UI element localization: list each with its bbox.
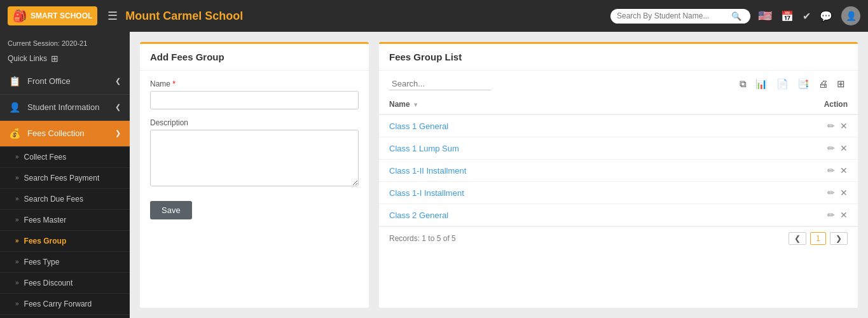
name-form-group: Name * xyxy=(150,80,359,109)
edit-button-3[interactable]: ✏ xyxy=(827,165,835,176)
chevron-icon: ❯ xyxy=(115,129,121,137)
fees-group-table: Name ▾ Action Class 1 General ✏ ✕ xyxy=(379,95,858,226)
excel-button[interactable]: 📊 xyxy=(753,77,770,91)
table-row: Class 2 General ✏ ✕ xyxy=(379,204,858,226)
logo[interactable]: 🎒 SMART SCHOOL xyxy=(8,6,97,25)
hamburger-icon[interactable]: ☰ xyxy=(107,9,118,23)
prev-page-button[interactable]: ❮ xyxy=(789,232,806,245)
chevron-icon: ❮ xyxy=(115,77,121,85)
row-name-1[interactable]: Class 1 General xyxy=(379,114,709,137)
sidebar-item-student-information[interactable]: 👤 Student Information ❮ xyxy=(0,95,130,121)
subitem-label: Fees Master xyxy=(24,216,67,225)
student-icon: 👤 xyxy=(9,102,21,113)
top-navbar: 🎒 SMART SCHOOL ☰ Mount Carmel School 🔍 🇺… xyxy=(0,0,868,32)
row-name-2[interactable]: Class 1 Lump Sum xyxy=(379,137,709,160)
arrow-icon: » xyxy=(15,153,19,160)
subitem-label: Search Due Fees xyxy=(24,195,83,204)
sidebar-subitem-search-fees-payment[interactable]: » Search Fees Payment xyxy=(0,168,130,189)
current-page[interactable]: 1 xyxy=(810,232,826,245)
name-input[interactable] xyxy=(150,91,359,109)
sidebar-item-fees-collection[interactable]: 💰 Fees Collection ❯ xyxy=(0,121,130,147)
row-actions-5: ✏ ✕ xyxy=(709,204,858,226)
quick-links[interactable]: Quick Links ⊞ xyxy=(0,52,130,69)
delete-button-4[interactable]: ✕ xyxy=(840,188,848,198)
table-header: Name ▾ Action xyxy=(379,95,858,114)
sidebar-subitem-fees-master[interactable]: » Fees Master xyxy=(0,210,130,231)
row-actions-1: ✏ ✕ xyxy=(709,114,858,137)
action-column-header: Action xyxy=(709,95,858,114)
row-name-4[interactable]: Class 1-I Installment xyxy=(379,182,709,204)
logo-icon: 🎒 xyxy=(13,9,27,23)
sidebar: Current Session: 2020-21 Quick Links ⊞ 📋… xyxy=(0,32,130,318)
subitem-label: Fees Type xyxy=(24,258,60,266)
edit-button-4[interactable]: ✏ xyxy=(827,188,835,198)
sidebar-item-label: Student Information xyxy=(27,102,99,112)
sidebar-item-label: Fees Collection xyxy=(27,128,85,138)
delete-button-1[interactable]: ✕ xyxy=(840,121,848,131)
arrow-icon: » xyxy=(15,237,19,244)
edit-button-1[interactable]: ✏ xyxy=(827,121,835,131)
search-bar: 🔍 xyxy=(610,9,750,24)
session-info: Current Session: 2020-21 xyxy=(0,32,130,52)
required-marker: * xyxy=(172,80,176,88)
avatar[interactable]: 👤 xyxy=(841,6,860,25)
print-button[interactable]: 🖨 xyxy=(816,77,830,91)
list-search-input[interactable] xyxy=(389,78,491,90)
search-icon: 🔍 xyxy=(731,11,741,21)
whatsapp-icon[interactable]: 💬 xyxy=(820,10,832,22)
copy-button[interactable]: ⧉ xyxy=(737,77,749,91)
columns-button[interactable]: ⊞ xyxy=(834,77,848,91)
edit-button-5[interactable]: ✏ xyxy=(827,210,835,220)
pdf-button[interactable]: 📑 xyxy=(795,77,812,91)
fees-icon: 💰 xyxy=(9,128,21,139)
row-name-5[interactable]: Class 2 General xyxy=(379,204,709,226)
name-column-header: Name ▾ xyxy=(379,95,709,114)
logo-text: SMART SCHOOL xyxy=(31,11,92,20)
delete-button-2[interactable]: ✕ xyxy=(840,143,848,153)
table-row: Class 1-I Installment ✏ ✕ xyxy=(379,182,858,204)
fees-group-list-card: Fees Group List ⧉ 📊 📄 📑 🖨 ⊞ Name xyxy=(379,42,858,308)
edit-button-2[interactable]: ✏ xyxy=(827,143,835,153)
chevron-icon: ❮ xyxy=(115,103,121,111)
list-search-bar: ⧉ 📊 📄 📑 🖨 ⊞ xyxy=(379,71,858,95)
sidebar-subitem-fees-discount[interactable]: » Fees Discount xyxy=(0,273,130,294)
sidebar-subitem-search-due-fees[interactable]: » Search Due Fees xyxy=(0,189,130,210)
sidebar-item-label: Front Office xyxy=(27,76,71,86)
delete-button-3[interactable]: ✕ xyxy=(840,165,848,176)
flag-icon[interactable]: 🇺🇸 xyxy=(758,9,772,23)
list-action-buttons: ⧉ 📊 📄 📑 🖨 ⊞ xyxy=(737,77,848,91)
session-text: Current Session: 2020-21 xyxy=(8,38,122,50)
quick-links-label: Quick Links xyxy=(8,54,47,63)
description-form-group: Description xyxy=(150,118,359,188)
pagination: ❮ 1 ❯ xyxy=(789,232,848,245)
csv-button[interactable]: 📄 xyxy=(774,77,791,91)
table-footer: Records: 1 to 5 of 5 ❮ 1 ❯ xyxy=(379,226,858,250)
subitem-label: Collect Fees xyxy=(24,153,67,162)
row-name-3[interactable]: Class 1-II Installment xyxy=(379,160,709,182)
arrow-icon: » xyxy=(15,258,19,265)
list-title: Fees Group List xyxy=(379,44,858,71)
search-input[interactable] xyxy=(617,11,731,20)
description-input[interactable] xyxy=(150,130,359,186)
row-actions-4: ✏ ✕ xyxy=(709,182,858,204)
sidebar-subitem-fees-group[interactable]: » Fees Group xyxy=(0,231,130,252)
sidebar-subitem-fees-reminder[interactable]: » Fees Reminder xyxy=(0,315,130,318)
sidebar-subitem-fees-carry-forward[interactable]: » Fees Carry Forward xyxy=(0,294,130,315)
sidebar-item-front-office[interactable]: 📋 Front Office ❮ xyxy=(0,69,130,95)
next-page-button[interactable]: ❯ xyxy=(830,232,848,245)
add-fees-group-card: Add Fees Group Name * Description Save xyxy=(140,42,369,308)
name-label: Name * xyxy=(150,80,359,88)
main-layout: Current Session: 2020-21 Quick Links ⊞ 📋… xyxy=(0,32,868,318)
sort-arrow-icon[interactable]: ▾ xyxy=(414,101,417,108)
subitem-label: Fees Discount xyxy=(24,279,73,287)
check-icon[interactable]: ✔ xyxy=(803,10,811,22)
content-area: Add Fees Group Name * Description Save F… xyxy=(130,32,868,318)
sidebar-subitem-fees-type[interactable]: » Fees Type xyxy=(0,252,130,273)
save-button[interactable]: Save xyxy=(150,201,192,219)
delete-button-5[interactable]: ✕ xyxy=(840,210,848,220)
calendar-icon[interactable]: 📅 xyxy=(781,10,794,22)
sidebar-subitem-collect-fees[interactable]: » Collect Fees xyxy=(0,147,130,168)
arrow-icon: » xyxy=(15,300,19,307)
table-body: Class 1 General ✏ ✕ Class 1 Lump Sum xyxy=(379,114,858,226)
grid-icon: ⊞ xyxy=(51,53,59,64)
